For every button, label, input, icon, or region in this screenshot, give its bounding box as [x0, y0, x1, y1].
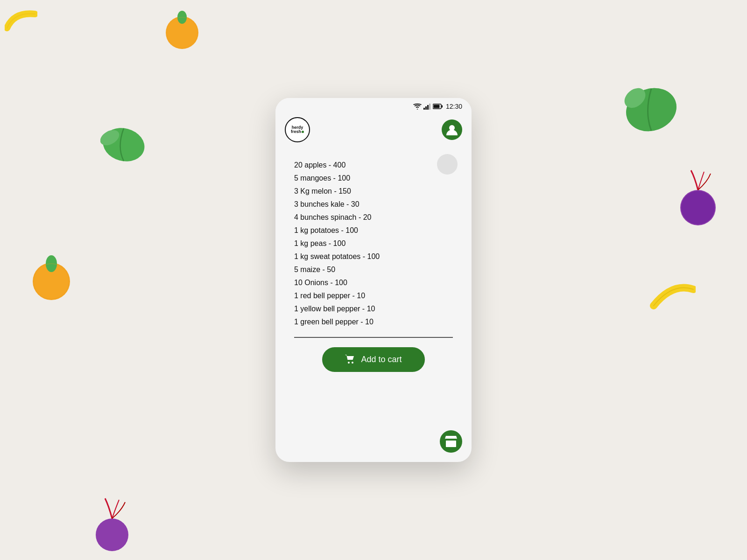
- svg-point-5: [621, 84, 649, 112]
- svg-rect-17: [429, 104, 430, 110]
- svg-point-4: [621, 84, 682, 135]
- list-item: 10 Onions - 100: [294, 276, 453, 289]
- logo-dot: [302, 131, 304, 133]
- svg-rect-16: [427, 105, 429, 110]
- decoration-beetroot-2: [93, 497, 131, 555]
- signal-icon: [423, 103, 431, 110]
- list-item: 1 yellow bell pepper - 10: [294, 302, 453, 315]
- svg-point-0: [166, 16, 198, 49]
- phone-mockup: 12:30 herdy fresh 20 apples - 4005 mango…: [275, 98, 472, 462]
- decoration-banana-2: [649, 280, 696, 315]
- list-item: 1 red bell pepper - 10: [294, 289, 453, 302]
- add-to-cart-button[interactable]: Add to cart: [322, 347, 425, 372]
- decoration-banana-1: [5, 9, 37, 35]
- svg-rect-19: [441, 105, 443, 108]
- svg-point-13: [96, 518, 128, 551]
- store-icon: [445, 436, 457, 447]
- svg-point-12: [681, 191, 715, 224]
- list-item: 1 kg sweat potatoes - 100: [294, 250, 453, 263]
- svg-rect-25: [450, 443, 452, 447]
- battery-icon: [433, 104, 443, 109]
- profile-icon: [446, 124, 458, 136]
- bottom-bar: [275, 423, 472, 462]
- status-icons: [413, 103, 443, 110]
- list-item: 3 bunches kale - 30: [294, 198, 453, 211]
- logo-text-bottom: fresh: [291, 130, 304, 134]
- decoration-spinach-1: [621, 84, 682, 137]
- list-item: 1 kg potatoes - 100: [294, 224, 453, 237]
- cart-icon: [345, 355, 355, 364]
- decoration-spinach-2: [100, 126, 147, 165]
- decoration-orange-1: [163, 7, 201, 51]
- header: herdy fresh: [275, 112, 472, 149]
- svg-rect-14: [423, 108, 425, 110]
- svg-point-10: [34, 264, 69, 299]
- add-to-cart-label: Add to cart: [361, 355, 402, 364]
- list-item: 4 bunches spinach - 20: [294, 211, 453, 224]
- list-item: 20 apples - 400: [294, 159, 453, 172]
- svg-point-11: [680, 190, 716, 225]
- svg-point-22: [348, 362, 350, 364]
- status-time: 12:30: [446, 103, 462, 110]
- content-area: 20 apples - 4005 mangoes - 1003 Kg melon…: [275, 149, 472, 423]
- profile-button[interactable]: [442, 119, 462, 140]
- list-item: 1 green bell pepper - 10: [294, 315, 453, 329]
- svg-point-1: [177, 11, 187, 24]
- list-item: 3 Kg melon - 150: [294, 185, 453, 198]
- status-bar: 12:30: [275, 98, 472, 112]
- wifi-icon: [413, 103, 422, 110]
- svg-point-6: [100, 126, 147, 163]
- svg-point-7: [100, 127, 122, 148]
- svg-point-8: [33, 263, 70, 300]
- list-item: 5 maize - 50: [294, 263, 453, 276]
- svg-rect-20: [433, 105, 439, 108]
- app-logo: herdy fresh: [285, 117, 310, 142]
- svg-point-23: [352, 362, 353, 364]
- list-divider: [294, 337, 453, 338]
- decoration-orange-2: [28, 250, 75, 303]
- svg-rect-15: [425, 106, 427, 110]
- toggle-button[interactable]: [437, 154, 458, 175]
- store-button[interactable]: [440, 430, 462, 453]
- decoration-beetroot-1: [677, 168, 719, 231]
- svg-point-3: [621, 84, 682, 135]
- list-item: 5 mangoes - 100: [294, 172, 453, 185]
- list-item: 1 kg peas - 100: [294, 237, 453, 250]
- svg-point-9: [46, 255, 57, 272]
- svg-point-2: [167, 17, 197, 48]
- item-list: 20 apples - 4005 mangoes - 1003 Kg melon…: [294, 159, 453, 329]
